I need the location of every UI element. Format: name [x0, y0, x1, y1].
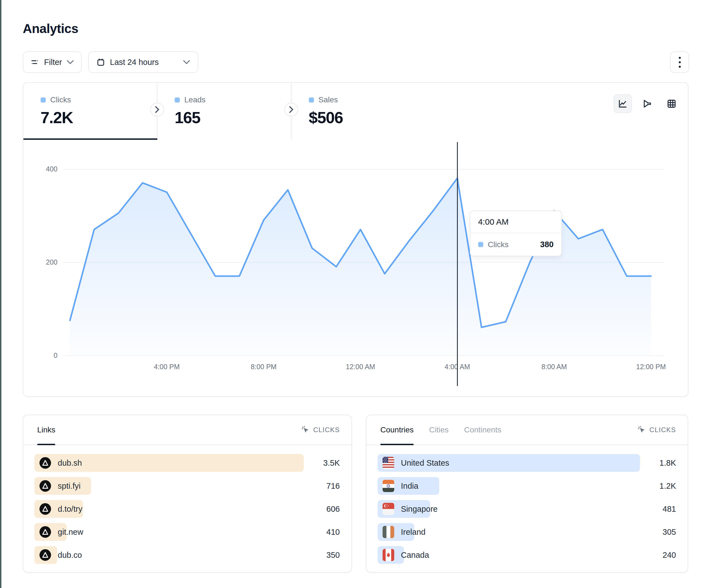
link-row[interactable]: dub.sh 3.5K — [35, 454, 340, 472]
india-flag-icon — [383, 480, 394, 492]
countries-metric-selector[interactable]: CLICKS — [638, 426, 676, 434]
page-title: Analytics — [23, 21, 78, 36]
x-axis-tick: 4:00 PM — [154, 363, 180, 371]
links-panel: Links CLICKS dub.sh — [23, 415, 352, 573]
y-axis-tick: 200 — [37, 258, 58, 266]
x-axis-tick: 8:00 PM — [251, 363, 277, 371]
leads-stat-value: 165 — [175, 108, 291, 127]
links-metric-selector[interactable]: CLICKS — [302, 426, 340, 434]
filter-button[interactable]: Filter — [23, 51, 82, 73]
chevron-down-icon — [183, 60, 190, 64]
country-label: Singapore — [401, 504, 437, 514]
leads-series-swatch — [175, 97, 180, 103]
country-row[interactable]: Singapore 481 — [378, 500, 676, 518]
dub-logo-icon — [39, 503, 51, 515]
calendar-icon — [96, 58, 105, 66]
link-row[interactable]: d.to/try 606 — [35, 500, 340, 518]
ireland-flag-icon — [383, 526, 394, 538]
kebab-icon — [679, 57, 681, 68]
clicks-area-chart[interactable] — [63, 156, 664, 358]
analytics-page: Analytics Filter Last 24 hours — [0, 0, 711, 588]
canada-flag-icon — [383, 549, 394, 561]
country-row[interactable]: India 1.2K — [378, 477, 676, 495]
link-label: dub.co — [58, 550, 82, 560]
expand-clicks-chevron-button[interactable] — [150, 103, 164, 116]
link-clicks-value: 716 — [326, 481, 340, 491]
country-row[interactable]: Ireland 305 — [378, 523, 676, 541]
country-row[interactable]: United States 1.8K — [378, 454, 676, 472]
chart-tooltip: 4:00 AM Clicks 380 — [470, 210, 562, 256]
countries-metric-label: CLICKS — [649, 426, 676, 434]
x-axis-tick: 8:00 AM — [541, 363, 567, 371]
country-clicks-value: 1.2K — [659, 481, 676, 491]
expand-leads-chevron-button[interactable] — [284, 103, 298, 116]
tab-sales[interactable]: Sales $506 — [292, 83, 688, 139]
x-axis-tick: 12:00 AM — [346, 363, 375, 371]
tooltip-series-swatch — [478, 242, 483, 247]
stats-row: Clicks 7.2K Leads 165 — [23, 83, 688, 139]
tab-leads[interactable]: Leads 165 — [157, 83, 292, 139]
tab-cities[interactable]: Cities — [429, 415, 449, 445]
date-range-label: Last 24 hours — [110, 58, 159, 67]
countries-panel-header: Countries Cities Continents CLICKS — [366, 415, 688, 445]
country-clicks-value: 305 — [663, 527, 676, 537]
link-row[interactable]: spti.fyi 716 — [35, 477, 340, 495]
link-row[interactable]: dub.co 350 — [35, 546, 340, 564]
link-clicks-value: 606 — [326, 504, 340, 514]
tab-countries[interactable]: Countries — [380, 415, 414, 445]
tab-continents[interactable]: Continents — [464, 415, 501, 445]
more-options-button[interactable] — [670, 51, 689, 73]
country-clicks-value: 240 — [663, 550, 676, 560]
link-clicks-value: 350 — [326, 550, 340, 560]
country-row[interactable]: Canada 240 — [378, 546, 676, 564]
cities-tab-label: Cities — [429, 426, 449, 434]
funnel-view-button[interactable] — [638, 94, 656, 113]
analytics-card: Clicks 7.2K Leads 165 — [23, 82, 689, 397]
hover-crosshair — [457, 142, 458, 386]
filter-button-label: Filter — [44, 58, 62, 67]
link-label: git.new — [58, 527, 83, 537]
leads-stat-label: Leads — [184, 95, 206, 104]
tooltip-series-label: Clicks — [488, 240, 509, 249]
table-view-button[interactable] — [663, 94, 681, 113]
dub-logo-icon — [39, 480, 51, 492]
cursor-click-icon — [302, 426, 310, 434]
country-label: United States — [401, 458, 449, 468]
link-row[interactable]: git.new 410 — [35, 523, 340, 541]
link-label: d.to/try — [58, 504, 83, 514]
x-axis-tick: 12:00 PM — [636, 363, 666, 371]
date-range-button[interactable]: Last 24 hours — [88, 51, 198, 73]
link-label: spti.fyi — [58, 481, 81, 491]
links-tab-label: Links — [37, 426, 55, 434]
chart-type-switcher — [613, 94, 681, 113]
y-axis-tick: 400 — [37, 165, 58, 173]
link-clicks-value: 410 — [326, 527, 340, 537]
us-flag-icon — [383, 457, 394, 469]
link-label: dub.sh — [58, 458, 82, 468]
country-label: Canada — [401, 550, 429, 560]
country-clicks-value: 481 — [663, 504, 676, 514]
countries-panel: Countries Cities Continents CLICKS — [366, 415, 688, 573]
links-metric-label: CLICKS — [313, 426, 340, 434]
tooltip-series-value: 380 — [540, 240, 554, 249]
continents-tab-label: Continents — [464, 426, 501, 434]
y-axis-tick: 0 — [37, 352, 58, 359]
countries-tab-label: Countries — [380, 426, 414, 434]
clicks-series-swatch — [41, 97, 46, 103]
sales-stat-label: Sales — [319, 95, 338, 104]
tab-clicks[interactable]: Clicks 7.2K — [23, 83, 157, 139]
tooltip-time: 4:00 AM — [470, 211, 561, 233]
line-chart-view-button[interactable] — [613, 94, 632, 113]
filter-icon — [31, 58, 39, 66]
cursor-click-icon — [638, 426, 646, 434]
chart-area-fill — [70, 178, 651, 355]
link-clicks-value: 3.5K — [323, 458, 340, 468]
page-edge-strip — [0, 0, 1, 588]
dub-logo-icon — [39, 457, 51, 469]
tab-links[interactable]: Links — [37, 415, 55, 445]
country-label: Ireland — [401, 527, 426, 537]
links-rows: dub.sh 3.5K spti.fyi 716 d.to/try 606 — [35, 454, 340, 569]
clicks-stat-label: Clicks — [50, 95, 71, 104]
singapore-flag-icon — [383, 503, 394, 515]
dub-logo-icon — [39, 526, 51, 538]
